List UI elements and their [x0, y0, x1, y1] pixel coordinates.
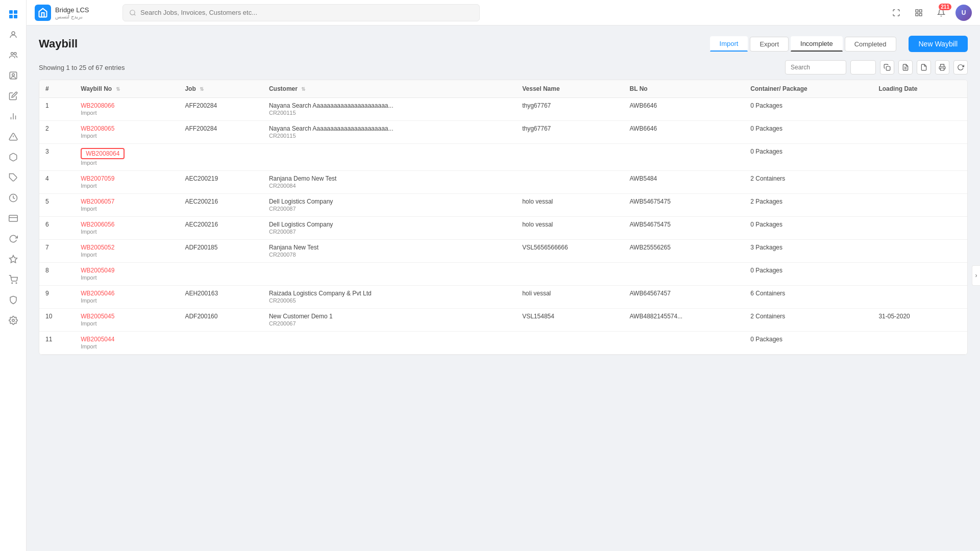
cell-waybill: WB2005046Import [75, 286, 179, 309]
sidebar-item-refresh[interactable] [4, 230, 22, 248]
sidebar-item-tag[interactable] [4, 168, 22, 187]
col-waybill[interactable]: Waybill No ⇅ [75, 80, 179, 98]
table-row: 2 WB2008065Import AFF200284 Nayana Searc… [39, 121, 967, 144]
sidebar-item-settings[interactable] [4, 311, 22, 330]
svg-point-6 [14, 53, 16, 55]
waybill-link[interactable]: WB2008064 [86, 150, 119, 157]
waybill-link[interactable]: WB2006056 [81, 221, 114, 228]
sidebar-item-contact[interactable] [4, 66, 22, 85]
cell-container: 0 Packages [744, 98, 872, 121]
tab-incomplete[interactable]: Incomplete [791, 36, 843, 52]
navbar-right: 211 U [888, 5, 972, 21]
cell-job: AEC200219 [179, 171, 263, 194]
sidebar-item-cart[interactable] [4, 270, 22, 289]
search-icon [129, 9, 136, 16]
table-search-input[interactable] [785, 60, 846, 74]
cell-customer: Dell Logistics CompanyCR200087 [263, 194, 516, 217]
sidebar-item-shield[interactable] [4, 291, 22, 309]
cell-container: 0 Packages [744, 121, 872, 144]
waybill-link[interactable]: WB2006057 [81, 198, 114, 205]
cell-job: AEC200216 [179, 217, 263, 240]
svg-line-23 [134, 14, 136, 15]
main-area: Bridge LCS بريدج لتسس 211 U Waybil [27, 0, 980, 551]
tab-export[interactable]: Export [750, 37, 789, 52]
cell-loading: 31-05-2020 [872, 309, 967, 332]
brand-subtitle: بريدج لتسس [55, 14, 89, 19]
search-input[interactable] [140, 9, 473, 16]
cell-customer: Dell Logistics CompanyCR200087 [263, 217, 516, 240]
sidebar-collapse-handle[interactable]: › [972, 265, 980, 286]
table-row: 11 WB2005044Import 0 Packages [39, 332, 967, 355]
col-customer[interactable]: Customer ⇅ [263, 80, 516, 98]
cell-num: 5 [39, 194, 75, 217]
apps-button[interactable] [911, 5, 927, 21]
waybill-link[interactable]: WB2005049 [81, 267, 114, 274]
cell-bl: AWB6646 [624, 121, 745, 144]
sidebar-item-chart[interactable] [4, 107, 22, 126]
tab-import[interactable]: Import [710, 36, 748, 52]
cell-waybill: WB2005045Import [75, 309, 179, 332]
page-size-input[interactable]: 25 [850, 60, 876, 74]
sidebar-item-card[interactable] [4, 209, 22, 228]
avatar[interactable]: U [955, 5, 972, 21]
cell-customer: New Customer Demo 1CR200067 [263, 309, 516, 332]
sidebar-item-grid[interactable] [4, 5, 22, 23]
tab-completed[interactable]: Completed [845, 37, 896, 52]
cell-bl: AWB54675475 [624, 217, 745, 240]
cell-container: 0 Packages [744, 263, 872, 286]
col-container: Container/ Package [744, 80, 872, 98]
cell-container: 2 Packages [744, 194, 872, 217]
waybill-link[interactable]: WB2005044 [81, 336, 114, 343]
svg-rect-26 [919, 13, 922, 16]
waybill-link[interactable]: WB2008066 [81, 102, 114, 109]
cell-vessel [516, 144, 623, 171]
sidebar-item-users[interactable] [4, 46, 22, 64]
sidebar-item-alert[interactable] [4, 128, 22, 146]
table-row: 4 WB2007059Import AEC200219 Ranjana Demo… [39, 171, 967, 194]
sidebar-item-box[interactable] [4, 148, 22, 166]
svg-rect-31 [941, 68, 944, 70]
notification-button[interactable]: 211 [933, 5, 949, 21]
col-job[interactable]: Job ⇅ [179, 80, 263, 98]
export-pdf-button[interactable] [917, 60, 931, 74]
col-num: # [39, 80, 75, 98]
new-waybill-button[interactable]: New Waybill [909, 36, 968, 52]
cell-customer: Raizada Logistics Company & Pvt LtdCR200… [263, 286, 516, 309]
fullscreen-button[interactable] [888, 5, 904, 21]
cell-waybill: WB2006057Import [75, 194, 179, 217]
cell-bl: AWB4882145574... [624, 309, 745, 332]
cell-loading [872, 171, 967, 194]
brand-name: Bridge LCS [55, 6, 89, 14]
svg-rect-3 [14, 15, 17, 18]
col-loading: Loading Date [872, 80, 967, 98]
table-row: 7 WB2005052Import ADF200185 Ranjana New … [39, 240, 967, 263]
cell-vessel [516, 332, 623, 355]
svg-rect-27 [916, 13, 918, 16]
cell-num: 9 [39, 286, 75, 309]
export-excel-button[interactable] [898, 60, 913, 74]
print-button[interactable] [935, 60, 949, 74]
export-copy-button[interactable] [880, 60, 894, 74]
table-row: 9 WB2005046Import AEH200163 Raizada Logi… [39, 286, 967, 309]
waybill-link[interactable]: WB2005052 [81, 244, 114, 251]
waybill-link[interactable]: WB2008065 [81, 125, 114, 132]
waybill-link[interactable]: WB2007059 [81, 175, 114, 182]
waybill-link[interactable]: WB2005046 [81, 290, 114, 297]
search-bar[interactable] [122, 4, 480, 21]
cell-loading [872, 144, 967, 171]
svg-point-4 [12, 32, 15, 35]
svg-point-5 [11, 53, 13, 55]
sidebar-item-clock[interactable] [4, 189, 22, 207]
cell-loading [872, 98, 967, 121]
cell-waybill: WB2005049Import [75, 263, 179, 286]
sidebar-item-edit[interactable] [4, 87, 22, 105]
cell-container: 0 Packages [744, 144, 872, 171]
cell-loading [872, 332, 967, 355]
svg-marker-18 [9, 256, 17, 263]
cell-container: 3 Packages [744, 240, 872, 263]
sidebar-item-user[interactable] [4, 26, 22, 44]
sidebar-item-star[interactable] [4, 250, 22, 268]
waybill-link[interactable]: WB2005045 [81, 313, 114, 320]
cell-num: 6 [39, 217, 75, 240]
refresh-button[interactable] [953, 60, 968, 74]
